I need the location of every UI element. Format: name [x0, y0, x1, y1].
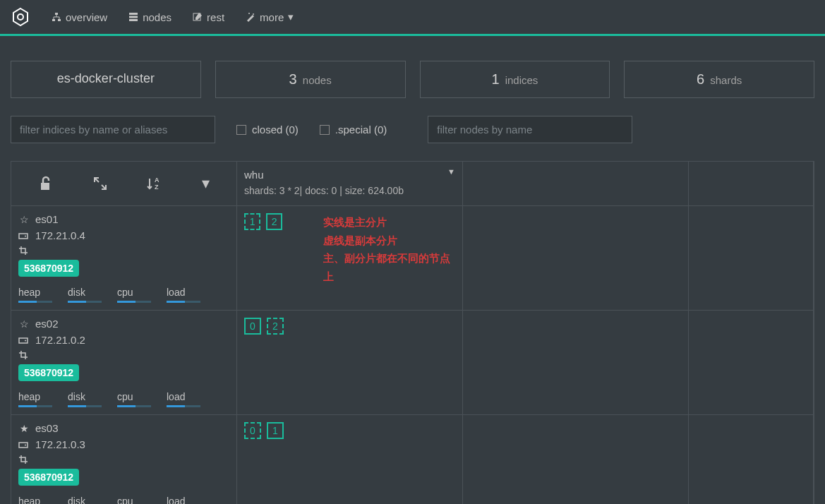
checkbox-icon — [236, 125, 246, 135]
metric-load[interactable]: load — [167, 287, 200, 303]
empty-cell — [689, 415, 814, 504]
shard-replica[interactable]: 0 — [244, 422, 261, 439]
expand-icon[interactable] — [93, 176, 107, 191]
nodes-count-box[interactable]: 3 nodes — [215, 61, 406, 98]
svg-rect-2 — [52, 19, 55, 21]
metrics-row: heap disk cpu load — [18, 496, 229, 504]
crop-icon[interactable] — [18, 455, 30, 464]
metric-cpu[interactable]: cpu — [117, 391, 151, 407]
star-filled-icon[interactable]: ★ — [18, 423, 30, 434]
empty-cell — [689, 311, 814, 415]
hdd-icon — [18, 336, 30, 344]
node-name[interactable]: es03 — [35, 422, 59, 434]
metric-disk[interactable]: disk — [68, 287, 102, 303]
svg-rect-17 — [19, 443, 28, 448]
empty-cell — [689, 206, 814, 311]
metric-heap[interactable]: heap — [18, 391, 52, 407]
node-ip: 172.21.0.4 — [35, 229, 85, 241]
svg-text:Z: Z — [155, 184, 159, 191]
caret-down-icon[interactable]: ▾ — [202, 174, 210, 193]
unlock-icon[interactable] — [38, 176, 54, 191]
metric-disk[interactable]: disk — [68, 496, 102, 504]
main-grid: AZ ▾ whu shards: 3 * 2| docs: 0 | size: … — [11, 161, 814, 504]
count-label: shards — [710, 74, 742, 86]
metric-load[interactable]: load — [167, 391, 200, 407]
count-value: 6 — [697, 71, 704, 87]
crop-icon[interactable] — [18, 246, 30, 256]
shards-count-box[interactable]: 6 shards — [624, 61, 814, 98]
header-controls: AZ ▾ — [11, 162, 237, 206]
filter-row: closed (0) .special (0) — [0, 116, 825, 161]
svg-point-14 — [25, 235, 26, 236]
svg-rect-3 — [58, 19, 61, 21]
shard-replica[interactable]: 1 — [244, 213, 260, 230]
magic-icon — [246, 12, 255, 22]
hdd-icon — [18, 440, 30, 449]
shard-cell: 0 2 — [237, 311, 463, 415]
shard-replica[interactable]: 2 — [267, 318, 284, 335]
shard-primary[interactable]: 0 — [244, 318, 261, 335]
nav-nodes[interactable]: nodes — [128, 11, 171, 23]
svg-rect-5 — [129, 16, 138, 18]
svg-rect-15 — [19, 338, 28, 343]
metric-disk[interactable]: disk — [68, 391, 102, 407]
sort-alpha-icon[interactable]: AZ — [147, 176, 162, 191]
metric-cpu[interactable]: cpu — [117, 496, 151, 504]
shard-primary[interactable]: 1 — [267, 422, 284, 439]
count-value: 3 — [289, 71, 297, 87]
special-checkbox[interactable]: .special (0) — [320, 124, 387, 136]
indices-count-box[interactable]: 1 indices — [420, 61, 610, 98]
count-value: 1 — [491, 71, 499, 87]
heap-badge: 536870912 — [18, 260, 79, 277]
nav-label: rest — [207, 11, 224, 23]
sitemap-icon — [52, 12, 61, 22]
svg-rect-1 — [55, 13, 58, 15]
nav-rest[interactable]: rest — [193, 11, 224, 23]
checkbox-icon — [320, 125, 330, 135]
node-cell: ☆ es01 172.21.0.4 536870912 heap disk cp… — [11, 206, 237, 311]
node-cell: ☆ es02 172.21.0.2 536870912 heap disk cp… — [11, 311, 237, 415]
nav-label: overview — [66, 11, 107, 23]
metrics-row: heap disk cpu load — [18, 287, 229, 303]
shard-cell: 0 1 — [237, 415, 463, 504]
heap-badge: 536870912 — [18, 364, 79, 381]
cluster-name-box[interactable]: es-docker-cluster — [11, 61, 201, 98]
svg-point-16 — [25, 340, 26, 341]
filter-indices-input[interactable] — [11, 116, 215, 143]
svg-text:A: A — [155, 176, 159, 184]
svg-rect-13 — [19, 234, 28, 239]
empty-header — [463, 162, 689, 206]
index-name: whu — [244, 169, 455, 181]
count-label: nodes — [303, 74, 332, 86]
metric-cpu[interactable]: cpu — [117, 287, 151, 303]
nav-overview[interactable]: overview — [52, 11, 107, 23]
metric-load[interactable]: load — [167, 496, 200, 504]
crop-icon[interactable] — [18, 350, 30, 360]
svg-rect-10 — [41, 183, 49, 190]
svg-rect-6 — [129, 19, 138, 21]
metric-heap[interactable]: heap — [18, 287, 52, 303]
empty-header — [689, 162, 814, 206]
filter-nodes-input[interactable] — [428, 116, 632, 143]
metrics-row: heap disk cpu load — [18, 391, 229, 407]
svg-point-0 — [18, 14, 23, 20]
empty-cell — [463, 206, 689, 311]
database-icon — [128, 12, 138, 22]
index-stats: shards: 3 * 2| docs: 0 | size: 624.00b — [244, 185, 455, 196]
edit-icon — [193, 12, 203, 22]
count-label: indices — [505, 74, 538, 86]
nav-more[interactable]: more ▾ — [246, 11, 294, 23]
node-cell: ★ es03 172.21.0.3 536870912 heap disk cp… — [11, 415, 237, 504]
star-outline-icon[interactable]: ☆ — [18, 214, 30, 225]
star-outline-icon[interactable]: ☆ — [18, 318, 30, 330]
node-name[interactable]: es02 — [35, 318, 59, 330]
nav-label: more — [260, 11, 284, 23]
metric-heap[interactable]: heap — [18, 496, 52, 504]
node-ip: 172.21.0.3 — [35, 438, 85, 450]
top-nav: overview nodes rest more ▾ — [0, 0, 825, 36]
hdd-icon — [18, 232, 30, 240]
closed-checkbox[interactable]: closed (0) — [236, 124, 299, 136]
node-name[interactable]: es01 — [35, 213, 59, 225]
index-header[interactable]: whu shards: 3 * 2| docs: 0 | size: 624.0… — [237, 162, 463, 206]
shard-primary[interactable]: 2 — [266, 213, 282, 230]
